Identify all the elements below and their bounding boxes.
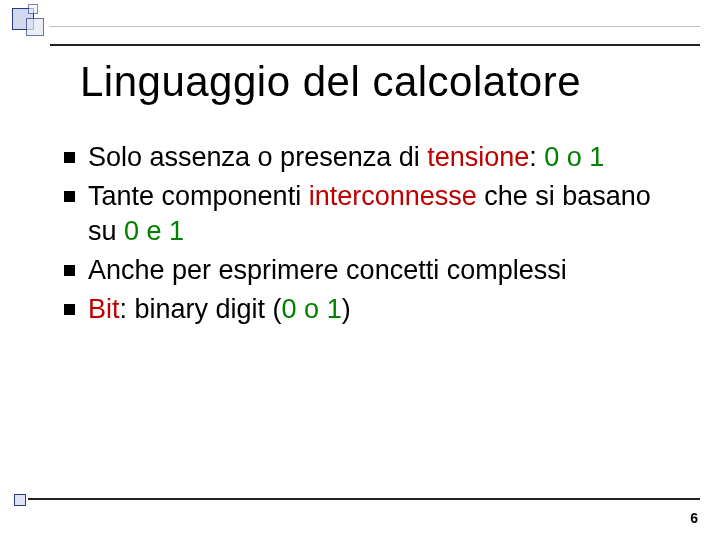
bullet-em: interconnesse xyxy=(309,181,477,211)
bullet-item: Solo assenza o presenza di tensione: 0 o… xyxy=(60,140,680,175)
bullet-text: Solo assenza o presenza di xyxy=(88,142,427,172)
decor-square xyxy=(28,4,38,14)
bullet-text: Tante componenti xyxy=(88,181,309,211)
bullet-em: tensione xyxy=(427,142,529,172)
header-rule xyxy=(50,30,700,46)
slide-title: Linguaggio del calcolatore xyxy=(80,58,581,106)
bullet-item: Anche per esprimere concetti complessi xyxy=(60,253,680,288)
bullet-tail: 0 o 1 xyxy=(544,142,604,172)
bullet-text: : xyxy=(529,142,544,172)
decor-square xyxy=(26,18,44,36)
slide-body: Solo assenza o presenza di tensione: 0 o… xyxy=(60,140,680,331)
bullet-text: Anche per esprimere concetti complessi xyxy=(88,255,567,285)
page-number: 6 xyxy=(690,510,698,526)
bullet-item: Bit: binary digit (0 o 1) xyxy=(60,292,680,327)
bullet-item: Tante componenti interconnesse che si ba… xyxy=(60,179,680,249)
bullet-text: : binary digit ( xyxy=(120,294,282,324)
header-rule-thin xyxy=(50,26,700,27)
bullet-em: Bit xyxy=(88,294,120,324)
bullet-tail: 0 o 1 xyxy=(282,294,342,324)
bullet-tail: 0 e 1 xyxy=(124,216,184,246)
header-decoration xyxy=(0,0,720,44)
footer-rule xyxy=(28,498,700,500)
footer-square xyxy=(14,494,26,506)
bullet-text: ) xyxy=(342,294,351,324)
